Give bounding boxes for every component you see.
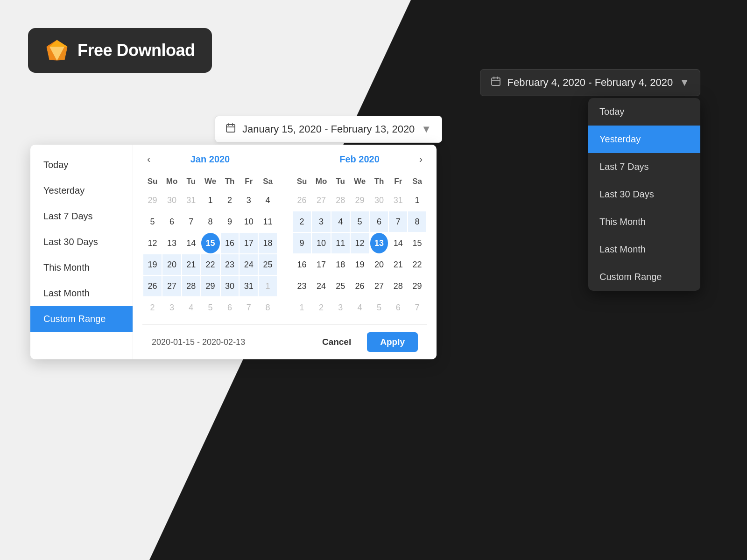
table-cell[interactable]: 1 — [201, 190, 220, 210]
table-cell[interactable]: 6 — [162, 211, 181, 232]
table-cell[interactable]: 21 — [182, 254, 200, 275]
date-trigger-dark[interactable]: February 4, 2020 - February 4, 2020 ▼ — [480, 69, 700, 96]
table-cell[interactable]: 1 — [259, 276, 277, 296]
table-cell[interactable]: 12 — [351, 233, 369, 253]
table-cell[interactable]: 14 — [389, 233, 407, 253]
dark-preset-lastmonth[interactable]: Last Month — [588, 236, 700, 263]
table-cell[interactable]: 29 — [143, 190, 162, 210]
table-cell[interactable]: 1 — [408, 190, 426, 210]
preset-thismonth[interactable]: This Month — [30, 255, 133, 280]
table-cell[interactable]: 2 — [312, 297, 331, 318]
table-cell[interactable]: 28 — [182, 276, 200, 296]
table-cell[interactable]: 19 — [143, 254, 162, 275]
table-cell[interactable]: 18 — [331, 254, 350, 275]
table-cell[interactable]: 11 — [331, 233, 350, 253]
dark-preset-custom[interactable]: Custom Range — [588, 263, 700, 291]
table-cell[interactable]: 12 — [143, 233, 162, 253]
table-cell[interactable]: 23 — [293, 276, 311, 296]
table-cell[interactable]: 2 — [221, 190, 239, 210]
table-cell[interactable]: 29 — [408, 276, 426, 296]
table-cell[interactable]: 8 — [259, 297, 277, 318]
preset-yesterday[interactable]: Yesterday — [30, 178, 133, 203]
date-trigger-light[interactable]: January 15, 2020 - February 13, 2020 ▼ — [215, 116, 442, 143]
table-cell[interactable]: 27 — [312, 190, 331, 210]
table-cell[interactable]: 16 — [293, 254, 311, 275]
dark-preset-last30[interactable]: Last 30 Days — [588, 181, 700, 208]
table-cell[interactable]: 7 — [408, 297, 426, 318]
table-cell[interactable]: 3 — [312, 211, 331, 232]
table-cell[interactable]: 26 — [293, 190, 311, 210]
table-cell[interactable]: 3 — [162, 297, 181, 318]
table-cell[interactable]: 5 — [351, 211, 369, 232]
table-cell[interactable]: 26 — [351, 276, 369, 296]
table-cell[interactable]: 5 — [370, 297, 388, 318]
table-cell[interactable]: 1 — [293, 297, 311, 318]
table-cell[interactable]: 6 — [370, 211, 388, 232]
dark-preset-thismonth[interactable]: This Month — [588, 208, 700, 236]
table-cell[interactable]: 27 — [370, 276, 388, 296]
table-cell[interactable]: 28 — [389, 276, 407, 296]
table-cell[interactable]: 9 — [293, 233, 311, 253]
table-cell[interactable]: 30 — [162, 190, 181, 210]
table-cell[interactable]: 24 — [312, 276, 331, 296]
table-cell[interactable]: 8 — [201, 211, 220, 232]
table-cell[interactable]: 10 — [312, 233, 331, 253]
preset-custom[interactable]: Custom Range — [30, 306, 133, 332]
dark-preset-yesterday[interactable]: Yesterday — [588, 126, 700, 153]
table-cell[interactable]: 21 — [389, 254, 407, 275]
table-cell[interactable]: 31 — [182, 190, 200, 210]
cancel-button[interactable]: Cancel — [314, 332, 359, 352]
dark-preset-last7[interactable]: Last 7 Days — [588, 153, 700, 181]
table-cell[interactable]: 31 — [389, 190, 407, 210]
table-cell[interactable]: 7 — [389, 211, 407, 232]
table-cell[interactable]: 29 — [351, 190, 369, 210]
table-cell[interactable]: 16 — [221, 233, 239, 253]
table-cell[interactable]: 11 — [259, 211, 277, 232]
table-cell[interactable]: 13 — [162, 233, 181, 253]
table-cell[interactable]: 5 — [201, 297, 220, 318]
table-cell[interactable]: 24 — [240, 254, 258, 275]
table-cell[interactable]: 23 — [221, 254, 239, 275]
table-cell[interactable]: 15 — [408, 233, 426, 253]
table-cell[interactable]: 5 — [143, 211, 162, 232]
table-cell[interactable]: 4 — [182, 297, 200, 318]
table-cell[interactable]: 25 — [259, 254, 277, 275]
table-cell[interactable]: 17 — [312, 254, 331, 275]
next-month-btn[interactable]: › — [415, 152, 427, 168]
table-cell[interactable]: 2 — [293, 211, 311, 232]
table-cell[interactable]: 22 — [201, 254, 220, 275]
dark-preset-today[interactable]: Today — [588, 98, 700, 126]
table-cell[interactable]: 4 — [259, 190, 277, 210]
table-cell[interactable]: 2 — [143, 297, 162, 318]
table-cell[interactable]: 3 — [331, 297, 350, 318]
table-cell[interactable]: 27 — [162, 276, 181, 296]
table-cell[interactable]: 18 — [259, 233, 277, 253]
preset-lastmonth[interactable]: Last Month — [30, 280, 133, 306]
prev-month-btn[interactable]: ‹ — [142, 152, 155, 168]
table-cell[interactable]: 31 — [240, 276, 258, 296]
table-cell[interactable]: 6 — [389, 297, 407, 318]
table-cell[interactable]: 26 — [143, 276, 162, 296]
table-cell[interactable]: 7 — [182, 211, 200, 232]
apply-button[interactable]: Apply — [367, 332, 418, 352]
table-cell-selected-start[interactable]: 15 — [201, 233, 220, 253]
table-cell[interactable]: 3 — [240, 190, 258, 210]
table-cell[interactable]: 10 — [240, 211, 258, 232]
table-cell[interactable]: 19 — [351, 254, 369, 275]
table-cell[interactable]: 4 — [331, 211, 350, 232]
table-cell[interactable]: 7 — [240, 297, 258, 318]
table-cell[interactable]: 30 — [221, 276, 239, 296]
preset-today[interactable]: Today — [30, 152, 133, 178]
preset-last7[interactable]: Last 7 Days — [30, 203, 133, 229]
table-cell[interactable]: 4 — [351, 297, 369, 318]
table-cell-selected-end[interactable]: 13 — [370, 233, 388, 253]
table-cell[interactable]: 20 — [370, 254, 388, 275]
table-cell[interactable]: 14 — [182, 233, 200, 253]
table-cell[interactable]: 8 — [408, 211, 426, 232]
table-cell[interactable]: 20 — [162, 254, 181, 275]
table-cell[interactable]: 25 — [331, 276, 350, 296]
preset-last30[interactable]: Last 30 Days — [30, 229, 133, 255]
table-cell[interactable]: 22 — [408, 254, 426, 275]
table-cell[interactable]: 30 — [370, 190, 388, 210]
table-cell[interactable]: 9 — [221, 211, 239, 232]
